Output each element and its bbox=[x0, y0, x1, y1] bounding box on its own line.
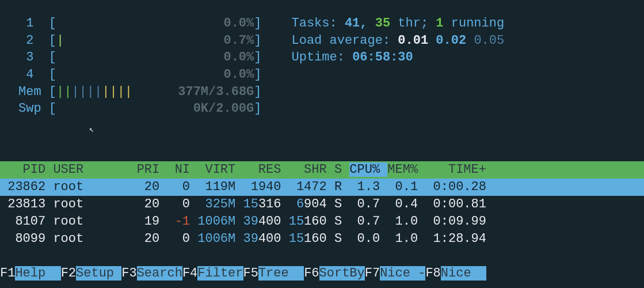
mouse-cursor: ↖ bbox=[89, 124, 94, 135]
fkey-F3-label[interactable]: Search bbox=[137, 266, 182, 281]
stats-panel: Tasks: 41, 35 thr; 1 runningLoad average… bbox=[292, 15, 505, 118]
cpu-meter-3: 3 [ 0.0%] bbox=[18, 49, 262, 66]
table-row[interactable]: 23813 root 20 0 325M 15316 6904 S 0.7 0.… bbox=[0, 196, 644, 213]
process-table: PID USER PRI NI VIRT RES SHR S CPU% MEM%… bbox=[0, 161, 644, 248]
tasks-line: Tasks: 41, 35 thr; 1 running bbox=[292, 15, 505, 32]
fkey-F4-label[interactable]: Filter bbox=[197, 266, 243, 281]
fkey-F5-label[interactable]: Tree bbox=[258, 266, 304, 281]
fkey-F1: F1 bbox=[0, 266, 15, 281]
fkey-F6-label[interactable]: SortBy bbox=[319, 266, 365, 281]
fkey-F4: F4 bbox=[182, 266, 197, 281]
table-row[interactable]: 23862 root 20 0 119M 1940 1472 R 1.3 0.1… bbox=[0, 179, 644, 196]
fkey-F7-label[interactable]: Nice - bbox=[380, 266, 425, 281]
footer-bar: F1Help F2Setup F3SearchF4FilterF5Tree F6… bbox=[0, 265, 644, 282]
table-header[interactable]: PID USER PRI NI VIRT RES SHR S CPU% MEM%… bbox=[0, 161, 644, 179]
load-line: Load average: 0.01 0.02 0.05 bbox=[292, 32, 505, 50]
table-row[interactable]: 8099 root 20 0 1006M 39400 15160 S 0.0 1… bbox=[0, 230, 644, 248]
cpu-meter-2: 2 [| 0.7%] bbox=[18, 32, 262, 50]
table-row[interactable]: 8107 root 19 -1 1006M 39400 15160 S 0.7 … bbox=[0, 213, 644, 230]
fkey-F8: F8 bbox=[425, 266, 440, 281]
cpu-meter-4: 4 [ 0.0%] bbox=[18, 66, 262, 84]
swp-meter: Swp [ 0K/2.00G] bbox=[18, 100, 262, 118]
cpu-meter-1: 1 [ 0.0%] bbox=[18, 15, 262, 32]
fkey-F5: F5 bbox=[243, 266, 258, 281]
fkey-F2-label[interactable]: Setup bbox=[76, 266, 121, 281]
meters-panel: 1 [ 0.0%] 2 [| 0.7%] 3 [ 0.0%] 4 [ 0.0%]… bbox=[18, 15, 262, 118]
fkey-F3: F3 bbox=[121, 266, 136, 281]
fkey-F8-label[interactable]: Nice bbox=[441, 266, 486, 281]
fkey-F7: F7 bbox=[365, 266, 380, 281]
mem-meter: Mem [|||||||||| 377M/3.68G] bbox=[18, 84, 262, 101]
uptime-line: Uptime: 06:58:30 bbox=[292, 49, 505, 66]
fkey-F6: F6 bbox=[304, 266, 319, 281]
fkey-F2: F2 bbox=[61, 266, 76, 281]
fkey-F1-label[interactable]: Help bbox=[15, 266, 60, 281]
